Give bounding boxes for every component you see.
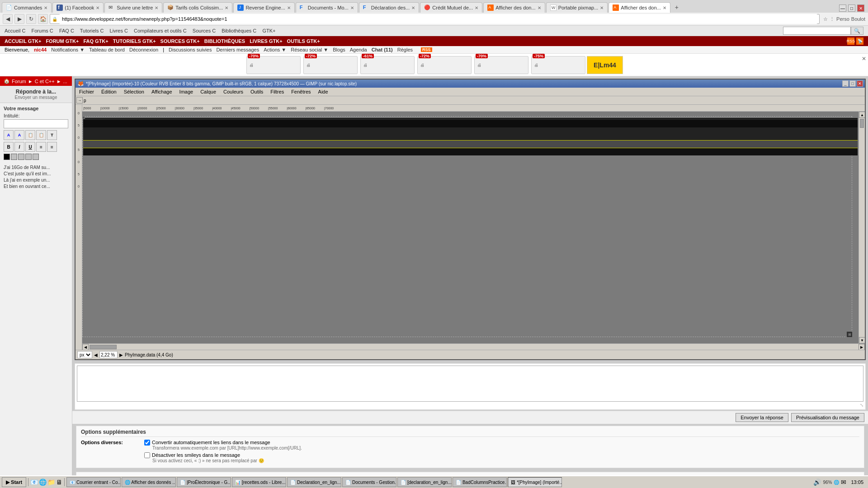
taskbar-item-phyimage[interactable]: 🖼 *[PhyImage] (Importé...: [508, 477, 562, 487]
notifications-link[interactable]: Notifications ▼: [51, 47, 85, 52]
nav-gtk-tutoriels[interactable]: TUTORIELS GTK+: [113, 38, 156, 44]
taskbar-icon-folder[interactable]: 📁: [47, 479, 55, 486]
taskbar-tray-network[interactable]: 🌐: [834, 480, 839, 485]
ad-item-1[interactable]: -70% 🖨: [246, 56, 301, 74]
close-tab-btn[interactable]: ✕: [538, 5, 541, 10]
tab-declaration[interactable]: F Déclaration des... ✕: [359, 2, 420, 13]
nav-gtk-livres[interactable]: LIVRES GTK+: [250, 38, 282, 44]
taskbar-item-badcolumns[interactable]: 📄 BadColumnsPractice...: [453, 477, 507, 487]
menu-icon[interactable]: ⋮: [830, 16, 835, 22]
close-tab-btn[interactable]: ✕: [600, 5, 604, 10]
taskbar-item-afficher[interactable]: 🌐 Afficher des donnés ...: [122, 477, 176, 487]
nav-compilateurs[interactable]: Compilateurs et outils C: [134, 28, 187, 33]
nav-forums-c[interactable]: Forums C: [32, 28, 53, 33]
close-tab-btn[interactable]: ✕: [155, 5, 158, 10]
italic-button[interactable]: I: [14, 142, 24, 152]
close-button[interactable]: ✕: [857, 5, 864, 12]
close-tab-btn[interactable]: ✕: [350, 5, 354, 10]
ad-item-5[interactable]: -70% 🖨: [474, 56, 528, 74]
copy-btn[interactable]: 📋: [25, 130, 35, 140]
scroll-thumb-h[interactable]: [90, 345, 117, 349]
taskbar-tray-volume[interactable]: 🔊: [813, 479, 821, 486]
agenda-link[interactable]: Agenda: [350, 47, 367, 52]
back-button[interactable]: ◀: [3, 14, 13, 24]
taskbar-item-recettes[interactable]: 📊 [recettes.ods - Libre...: [232, 477, 286, 487]
font-btn-1[interactable]: A: [4, 130, 14, 140]
tab-afficher1[interactable]: A Afficher des don... ✕: [483, 2, 545, 13]
tab-documents-mo[interactable]: F Documents - Mo... ✕: [296, 2, 358, 13]
underline-button[interactable]: U: [25, 142, 35, 152]
gimp-menu-edition[interactable]: Édition: [99, 89, 118, 95]
nav-gtk-forum[interactable]: FORUM GTK+: [46, 38, 79, 44]
c-cpp-breadcrumb[interactable]: C et C++: [35, 79, 55, 84]
close-tab-btn[interactable]: ✕: [475, 5, 478, 10]
tab-reverse[interactable]: J Reverse Engine... ✕: [233, 2, 294, 13]
font-btn-2[interactable]: A: [14, 130, 24, 140]
send-reply-button[interactable]: Envoyer la réponse: [736, 413, 788, 422]
zoom-arrow-right[interactable]: ▶: [119, 352, 123, 357]
taskbar-item-declaration2[interactable]: 📄 [declaration_en_lign...: [397, 477, 452, 487]
nav-faq-c[interactable]: FAQ C: [59, 28, 74, 33]
start-button[interactable]: ▶ Start: [2, 477, 26, 487]
tab-facebook[interactable]: f (1) Facebook ✕: [52, 2, 104, 13]
nav-gtk[interactable]: GTK+: [262, 28, 275, 33]
align-right-button[interactable]: ≡: [47, 142, 57, 152]
perso-link[interactable]: Perso: [836, 16, 849, 22]
star-icon[interactable]: ☆: [823, 16, 828, 22]
color-red[interactable]: [11, 154, 17, 160]
search-button[interactable]: 🔍: [851, 27, 863, 35]
nav-tutoriels-c[interactable]: Tutoriels C: [80, 28, 104, 33]
nav-accueil-c[interactable]: Accueil C: [5, 28, 25, 33]
gimp-menu-affichage[interactable]: Affichage: [150, 89, 174, 95]
reseau-social-link[interactable]: Réseau social ▼: [291, 47, 328, 52]
opt-convertir-label[interactable]: Convertir automatiquement les liens dans…: [144, 440, 302, 446]
text-btn[interactable]: T: [47, 130, 57, 140]
gimp-menu-fichier[interactable]: Fichier: [77, 89, 96, 95]
scroll-right-btn[interactable]: ▶: [859, 344, 865, 350]
color-green[interactable]: [18, 154, 24, 160]
url-input[interactable]: [59, 14, 817, 24]
resize-icon[interactable]: ⤡: [860, 403, 863, 408]
actions-link[interactable]: Actions ▼: [264, 47, 286, 52]
nav-sources-c[interactable]: Sources C: [193, 28, 216, 33]
close-tab-btn[interactable]: ✕: [287, 5, 291, 10]
gimp-minimize-btn[interactable]: _: [842, 80, 849, 87]
nav-gtk-faq[interactable]: FAQ GTK+: [83, 38, 108, 44]
tab-commandes[interactable]: 📄 Commandes ✕: [2, 2, 52, 13]
taskbar-icon-terminal[interactable]: 🖥: [56, 479, 62, 486]
scroll-down-btn[interactable]: ▼: [859, 337, 865, 343]
ad-item-6[interactable]: -75% 🖨: [531, 56, 585, 74]
paste-btn[interactable]: 📋: [36, 130, 46, 140]
nav-gtk-accueil[interactable]: ACCUEIL GTK+: [5, 38, 41, 44]
opt-smileys-label[interactable]: Désactiver les smileys dans le message: [144, 452, 302, 458]
tableau-bord-link[interactable]: Tableau de bord: [89, 47, 125, 52]
minimize-button[interactable]: —: [839, 5, 846, 12]
username-link[interactable]: nic44: [34, 47, 47, 52]
feed-icon[interactable]: 📡: [856, 38, 863, 45]
regles-link[interactable]: Règles: [397, 47, 413, 52]
home-button[interactable]: 🏠: [38, 14, 48, 24]
tab-credit[interactable]: 🔴 Crédit Mutuel de... ✕: [420, 2, 482, 13]
gimp-menu-selection[interactable]: Sélection: [122, 89, 146, 95]
gimp-maximize-btn[interactable]: □: [849, 80, 856, 87]
ad-item-4[interactable]: -72% 🖨: [417, 56, 472, 74]
rss-badge[interactable]: RSS: [421, 47, 432, 52]
taskbar-item-declaration[interactable]: 📄 Declaration_en_lign...: [287, 477, 341, 487]
nav-bibliotheques-c[interactable]: Bibliothèques C: [222, 28, 256, 33]
deconnexion-link[interactable]: Déconnexion: [129, 47, 158, 52]
bold-button[interactable]: B: [4, 142, 14, 152]
preview-message-button[interactable]: Prévisualisation du message: [791, 413, 864, 422]
close-tab-btn[interactable]: ✕: [663, 5, 666, 10]
ad-item-3[interactable]: -61% 🖨: [360, 56, 415, 74]
intitule-input[interactable]: [4, 119, 68, 128]
zoom-arrow-left[interactable]: ◀: [94, 352, 98, 357]
forward-button[interactable]: ▶: [14, 14, 24, 24]
derniers-messages-link[interactable]: Derniers messages: [216, 47, 259, 52]
close-tab-btn[interactable]: ✕: [411, 5, 415, 10]
color-blue[interactable]: [25, 154, 32, 160]
new-tab-button[interactable]: +: [671, 2, 682, 13]
gimp-tool-p[interactable]: p: [84, 98, 86, 103]
ad-close-button[interactable]: ✕: [862, 56, 866, 62]
color-black[interactable]: [4, 154, 10, 160]
gimp-menu-calque[interactable]: Calque: [198, 89, 218, 95]
